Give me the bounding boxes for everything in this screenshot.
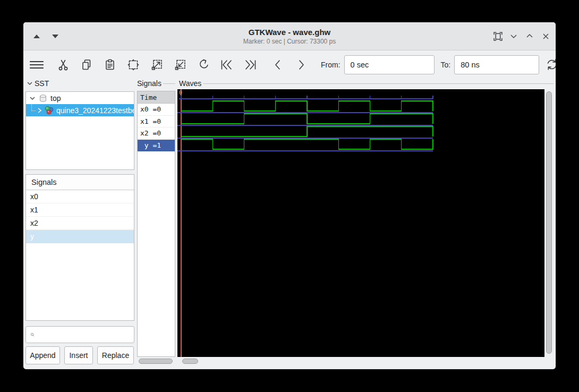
sst-label: SST xyxy=(35,79,49,88)
close-icon xyxy=(542,33,549,40)
titlebar[interactable]: GTKWave - wave.ghw Marker: 0 sec | Curso… xyxy=(23,22,556,50)
maximize-button[interactable] xyxy=(523,29,537,43)
waves-vscrollbar[interactable] xyxy=(545,89,554,357)
skip-to-end-icon xyxy=(243,58,257,71)
previous-edge-button[interactable] xyxy=(271,58,285,72)
wave-canvas-svg xyxy=(177,89,544,357)
signal-search-container xyxy=(25,326,134,343)
zoom-fit-icon xyxy=(126,58,140,72)
scrollbar-thumb[interactable] xyxy=(546,91,552,354)
scope-cylinder-icon xyxy=(39,94,47,103)
go-to-end-button[interactable] xyxy=(243,58,257,72)
next-edge-button[interactable] xyxy=(294,58,308,72)
tree-item-label: quine3_20241223testbe xyxy=(56,106,134,115)
wave-signal-names: Time x0 =0 x1 =0 x2 =0 y =1 xyxy=(137,91,175,357)
tree-item-label: top xyxy=(50,94,61,103)
zoom-in-button[interactable] xyxy=(150,58,164,72)
signal-item-y[interactable]: y xyxy=(26,230,134,243)
sst-tree: top quine3_20241223testbe xyxy=(25,91,134,170)
signal-label: x2 xyxy=(30,219,38,227)
signal-names-hscrollbar[interactable] xyxy=(137,357,175,365)
tree-guide-line xyxy=(31,105,36,111)
clipboard-paste-icon xyxy=(104,58,116,71)
gtkwave-window: GTKWave - wave.ghw Marker: 0 sec | Curso… xyxy=(23,22,556,369)
sst-signals-list: Signals x0 x1 x2 y xyxy=(25,174,134,321)
zoom-out-icon xyxy=(174,58,187,71)
cut-button[interactable] xyxy=(56,58,70,72)
wave-canvas[interactable]: 0 xyxy=(177,89,544,357)
signal-item-x1[interactable]: x1 xyxy=(26,203,134,217)
reload-button[interactable] xyxy=(545,58,556,72)
from-input[interactable] xyxy=(344,55,435,74)
wave-row-x0[interactable]: x0 =0 xyxy=(138,104,175,116)
chevron-up-icon xyxy=(526,32,533,40)
signal-label: x1 xyxy=(30,206,38,214)
insert-label: Insert xyxy=(69,351,88,360)
signal-item-x2[interactable]: x2 xyxy=(26,217,134,230)
undo-arrow-icon xyxy=(197,58,210,71)
copy-button[interactable] xyxy=(80,58,93,72)
search-icon xyxy=(30,330,35,339)
waves-hscrollbar[interactable] xyxy=(177,357,554,365)
undo-button[interactable] xyxy=(197,58,210,72)
frame-line xyxy=(163,83,175,84)
waves-frame-label: Waves xyxy=(179,79,554,88)
expander-right-icon[interactable] xyxy=(37,107,42,114)
fullscreen-button[interactable] xyxy=(491,29,505,43)
chevron-right-icon xyxy=(295,58,308,71)
fullscreen-icon xyxy=(493,32,503,41)
signals-frame-label: Signals xyxy=(137,79,175,88)
signals-frame-text: Signals xyxy=(137,79,161,88)
wave-row-x2[interactable]: x2 =0 xyxy=(138,127,175,140)
chevron-left-icon xyxy=(271,58,284,71)
go-to-start-button[interactable] xyxy=(220,58,234,72)
expander-down-icon xyxy=(27,80,33,87)
zoom-in-icon xyxy=(150,58,164,71)
skip-to-start-icon xyxy=(220,58,234,71)
append-button[interactable]: Append xyxy=(25,346,60,364)
reload-icon xyxy=(545,57,556,72)
replace-label: Replace xyxy=(102,351,129,360)
module-spheres-icon xyxy=(45,106,54,115)
wave-row-y[interactable]: y =1 xyxy=(138,140,175,152)
signals-column-header[interactable]: Signals xyxy=(26,175,134,190)
toolbar: From: To: xyxy=(23,51,556,78)
sst-section-header[interactable]: SST xyxy=(27,79,49,88)
chevron-down-icon xyxy=(510,32,517,40)
to-label: To: xyxy=(441,61,451,69)
close-button[interactable] xyxy=(539,29,552,43)
expander-down-icon[interactable] xyxy=(29,95,36,101)
signal-label: x0 xyxy=(30,192,38,201)
scrollbar-thumb[interactable] xyxy=(182,359,198,364)
tree-item-quine3-testbench[interactable]: quine3_20241223testbe xyxy=(26,104,134,116)
paste-button[interactable] xyxy=(103,58,117,72)
zoom-fit-button[interactable] xyxy=(126,58,140,72)
insert-button[interactable]: Insert xyxy=(64,346,93,364)
menu-button[interactable] xyxy=(30,58,44,72)
zoom-out-button[interactable] xyxy=(173,58,187,72)
window-title: GTKWave - wave.ghw xyxy=(23,28,556,37)
signal-search-input[interactable] xyxy=(38,327,134,343)
signals-header-label: Signals xyxy=(31,178,57,186)
signal-item-x0[interactable]: x0 xyxy=(26,190,134,203)
append-label: Append xyxy=(30,351,55,360)
wave-row-x1[interactable]: x1 =0 xyxy=(138,116,175,128)
replace-button[interactable]: Replace xyxy=(97,346,134,364)
scrollbar-thumb[interactable] xyxy=(139,359,173,364)
scissors-icon xyxy=(57,58,70,71)
to-input[interactable] xyxy=(454,55,539,74)
frame-line xyxy=(203,83,554,84)
timeline-origin-label: 0 xyxy=(179,90,182,96)
copy-icon xyxy=(80,58,93,71)
time-column-header: Time xyxy=(138,91,175,104)
signal-label: y xyxy=(30,232,34,241)
from-label: From: xyxy=(321,61,340,69)
minimize-button[interactable] xyxy=(507,29,521,43)
hamburger-menu-icon xyxy=(30,58,44,71)
tree-item-top[interactable]: top xyxy=(26,92,134,104)
waves-frame-text: Waves xyxy=(179,79,201,88)
marker-cursor-status: Marker: 0 sec | Cursor: 73300 ps xyxy=(23,38,556,45)
